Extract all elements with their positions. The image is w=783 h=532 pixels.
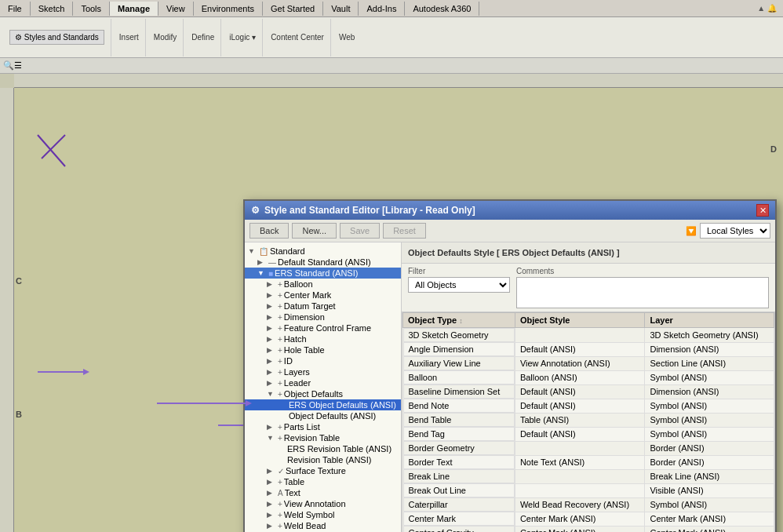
tree-item-id[interactable]: ▶ + ID	[245, 355, 401, 366]
web-button[interactable]: Web	[339, 33, 355, 42]
tree-item-text[interactable]: ▶ A Text	[245, 487, 401, 498]
tree-item-view-annotation[interactable]: ▶ + View Annotation	[245, 498, 401, 509]
nav-tab-sketch[interactable]: Sketch	[31, 2, 74, 16]
tree-expand-hatch[interactable]: ▶	[267, 335, 276, 343]
tree-item-surface-texture[interactable]: ▶ ✓ Surface Texture	[245, 465, 401, 476]
tree-label-balloon: Balloon	[284, 279, 313, 289]
table-row[interactable]: Bend TableTable (ANSI)Symbol (ANSI)	[403, 413, 774, 427]
tree-expand-revision[interactable]: ▼	[267, 434, 276, 442]
tree-expand-table[interactable]: ▶	[267, 478, 276, 486]
col-object-type[interactable]: Object Type ↕	[403, 313, 515, 328]
tree-expand-parts[interactable]: ▶	[267, 423, 276, 431]
table-row[interactable]: Border TextNote Text (ANSI)Border (ANSI)	[403, 455, 774, 469]
nav-tab-manage[interactable]: Manage	[110, 2, 158, 16]
ilogic-button[interactable]: iLogic ▾	[229, 33, 256, 42]
nav-tab-file[interactable]: File	[0, 2, 31, 16]
nav-tab-get-started[interactable]: Get Started	[263, 2, 323, 16]
tree-expand-weld-bead[interactable]: ▶	[267, 522, 276, 530]
tree-item-layers[interactable]: ▶ + Layers	[245, 366, 401, 377]
local-styles-select[interactable]: Local Styles	[700, 223, 770, 239]
nav-tab-view[interactable]: View	[158, 2, 194, 16]
table-row[interactable]: Bend NoteDefault (ANSI)Symbol (ANSI)	[403, 399, 774, 413]
tree-item-center-mark[interactable]: ▶ + Center Mark	[245, 290, 401, 301]
dialog-close-button[interactable]: ✕	[756, 204, 769, 217]
tree-expand-view[interactable]: ▶	[267, 500, 276, 508]
tree-item-revision-ansi[interactable]: Revision Table (ANSI)	[245, 454, 401, 465]
tree-expand-object-defaults[interactable]: ▼	[267, 390, 276, 398]
nav-tab-a360[interactable]: Autodesk A360	[405, 2, 479, 16]
table-body: 3D Sketch Geometry3D Sketch Geometry (AN…	[403, 328, 774, 533]
tree-expand-layers[interactable]: ▶	[267, 368, 276, 376]
comments-box[interactable]	[516, 277, 769, 308]
table-row[interactable]: Break Out LineVisible (ANSI)	[403, 483, 774, 497]
tree-expand-id[interactable]: ▶	[267, 357, 276, 365]
tree-expand-standard[interactable]: ▼	[248, 247, 257, 255]
table-row[interactable]: Center MarkCenter Mark (ANSI)Center Mark…	[403, 512, 774, 526]
tree-item-ers-standard[interactable]: ▼ ■ ERS Standard (ANSI)	[245, 268, 401, 279]
nav-tab-add-ins[interactable]: Add-Ins	[359, 2, 405, 16]
save-button[interactable]: Save	[340, 223, 380, 239]
tree-item-dimension[interactable]: ▶ + Dimension	[245, 312, 401, 322]
comments-section: Comments	[516, 267, 769, 308]
styles-button[interactable]: ⚙ Styles and Standards	[9, 30, 104, 45]
tree-expand-balloon[interactable]: ▶	[267, 280, 276, 288]
tree-item-standard[interactable]: ▼ 📋 Standard	[245, 246, 401, 257]
tree-item-leader[interactable]: ▶ + Leader	[245, 377, 401, 388]
nav-tab-environments[interactable]: Environments	[194, 2, 263, 16]
tree-item-hatch[interactable]: ▶ + Hatch	[245, 333, 401, 344]
tree-expand-weld-sym[interactable]: ▶	[267, 511, 276, 519]
tree-item-feature-control[interactable]: ▶ + Feature Control Frame	[245, 322, 401, 333]
table-row[interactable]: BalloonBalloon (ANSI)Symbol (ANSI)	[403, 370, 774, 384]
tree-expand-center-mark[interactable]: ▶	[267, 291, 276, 299]
filter-select[interactable]: All ObjectsBalloonDimensionTextLeader	[408, 277, 510, 293]
table-row[interactable]: Auxiliary View LineView Annotation (ANSI…	[403, 356, 774, 370]
tree-expand-hole-table[interactable]: ▶	[267, 346, 276, 354]
tree-item-parts-list[interactable]: ▶ + Parts List	[245, 421, 401, 432]
define-button[interactable]: Define	[191, 33, 214, 42]
tree-label-obj-ansi: Object Defaults (ANSI)	[289, 411, 376, 421]
tree-expand-default[interactable]: ▶	[257, 258, 267, 266]
table-row[interactable]: CaterpillarWeld Bead Recovery (ANSI)Symb…	[403, 497, 774, 512]
table-row[interactable]: Break LineBreak Line (ANSI)	[403, 469, 774, 483]
col-layer[interactable]: Layer	[645, 313, 774, 328]
tree-expand-datum-target[interactable]: ▶	[267, 302, 276, 310]
back-button[interactable]: Back	[249, 223, 289, 239]
tree-item-weld-bead[interactable]: ▶ + Weld Bead	[245, 520, 401, 531]
tree-item-object-defaults[interactable]: ▼ + Object Defaults	[245, 388, 401, 399]
tree-item-datum-target[interactable]: ▶ + Datum Target	[245, 301, 401, 312]
menu-button[interactable]: ☰	[14, 60, 22, 71]
tree-expand-surface[interactable]: ▶	[267, 467, 276, 475]
tree-icon-id: +	[278, 357, 282, 366]
table-row[interactable]: Center of GravityCenter Mark (ANSI)Cente…	[403, 526, 774, 532]
nav-tab-vault[interactable]: Vault	[323, 2, 359, 16]
tree-item-table[interactable]: ▶ + Table	[245, 476, 401, 487]
tree-expand-ers[interactable]: ▼	[257, 269, 267, 277]
tree-expand-feature[interactable]: ▶	[267, 324, 276, 332]
table-row[interactable]: Bend TagDefault (ANSI)Symbol (ANSI)	[403, 427, 774, 441]
tree-expand-dimension[interactable]: ▶	[267, 313, 276, 321]
tree-item-default-standard[interactable]: ▶ — Default Standard (ANSI)	[245, 257, 401, 268]
new-button[interactable]: New...	[292, 223, 337, 239]
tree-item-balloon[interactable]: ▶ + Balloon	[245, 279, 401, 290]
table-row[interactable]: 3D Sketch Geometry3D Sketch Geometry (AN…	[403, 328, 774, 343]
col-object-style[interactable]: Object Style	[515, 313, 645, 328]
table-scroll[interactable]: Object Type ↕ Object Style Layer 3D Sket…	[402, 312, 774, 532]
insert-button[interactable]: Insert	[119, 33, 139, 42]
table-row[interactable]: Border GeometryBorder (ANSI)	[403, 441, 774, 455]
tree-item-weld-symbol[interactable]: ▶ + Weld Symbol	[245, 509, 401, 520]
reset-button[interactable]: Reset	[383, 223, 426, 239]
tree-label-revision-ansi: Revision Table (ANSI)	[287, 455, 371, 465]
table-row[interactable]: Angle DimensionDefault (ANSI)Dimension (…	[403, 342, 774, 356]
tree-item-ers-revision[interactable]: ERS Revision Table (ANSI)	[245, 443, 401, 454]
content-center-button[interactable]: Content Center	[271, 33, 324, 42]
tree-item-ers-object-defaults[interactable]: ERS Object Defaults (ANSI)	[245, 399, 401, 410]
table-row[interactable]: Baseline Dimension SetDefault (ANSI)Dime…	[403, 384, 774, 399]
tree-expand-text[interactable]: ▶	[267, 489, 276, 497]
nav-tab-tools[interactable]: Tools	[73, 2, 110, 16]
tree-item-revision-table[interactable]: ▼ + Revision Table	[245, 432, 401, 443]
tree-item-hole-table[interactable]: ▶ + Hole Table	[245, 344, 401, 355]
modify-button[interactable]: Modify	[154, 33, 177, 42]
tree-item-object-defaults-ansi[interactable]: Object Defaults (ANSI)	[245, 410, 401, 421]
search-button[interactable]: 🔍	[3, 60, 14, 71]
tree-expand-leader[interactable]: ▶	[267, 379, 276, 387]
